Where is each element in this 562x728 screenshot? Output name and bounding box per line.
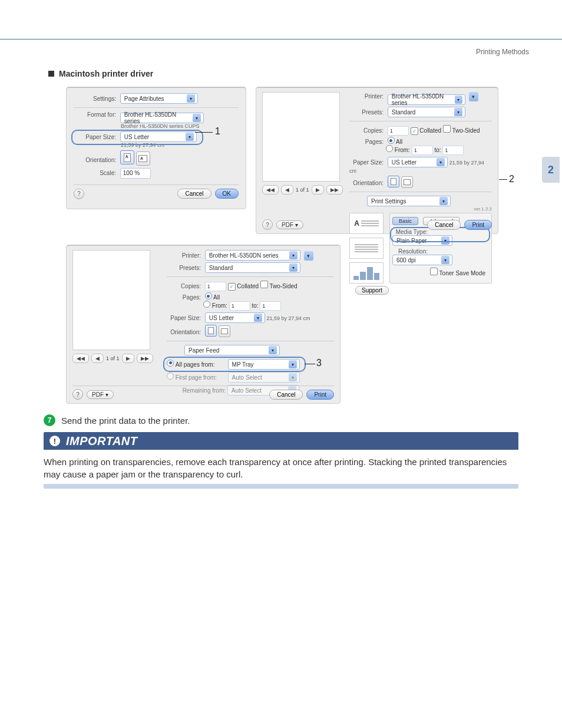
help-icon[interactable]: ? bbox=[262, 219, 273, 230]
all-pages-from-radio[interactable] bbox=[167, 360, 174, 367]
settings-value: Page Attributes bbox=[124, 95, 164, 102]
dropdown-arrow-icon: ▾ bbox=[441, 256, 449, 264]
resolution-value: 600 dpi bbox=[396, 257, 416, 263]
scale-label: Scale: bbox=[74, 170, 116, 176]
pages-to-label: to: bbox=[252, 302, 258, 309]
dropdown-arrow-icon: ▾ bbox=[193, 114, 201, 122]
print-button[interactable]: Print bbox=[464, 220, 492, 230]
paper-feed-dialog: ◀◀ ◀ 1 of 1 ▶ ▶▶ Printer: Brother HL-535… bbox=[66, 245, 340, 404]
dropdown-arrow-icon: ▾ bbox=[289, 360, 297, 368]
pages-to-input[interactable]: 1 bbox=[442, 146, 464, 155]
pages-from-label: From: bbox=[395, 147, 410, 153]
pdf-button[interactable]: PDF ▾ bbox=[276, 220, 303, 229]
orientation-portrait-button[interactable] bbox=[388, 176, 399, 187]
toner-save-checkbox[interactable] bbox=[430, 268, 438, 275]
orientation-landscape-button[interactable]: A bbox=[136, 151, 150, 166]
cancel-button[interactable]: Cancel bbox=[269, 390, 303, 400]
printer-select[interactable]: Brother HL-5350DN series ▾ bbox=[205, 250, 300, 261]
pages-from-input[interactable]: 1 bbox=[412, 146, 433, 155]
presets-select[interactable]: Standard ▾ bbox=[205, 262, 300, 273]
paper-size-select[interactable]: US Letter ▾ bbox=[388, 157, 448, 167]
collated-checkbox[interactable]: ✓ bbox=[411, 127, 418, 135]
orientation-portrait-button[interactable] bbox=[205, 325, 217, 337]
nav-prev-button[interactable]: ◀ bbox=[91, 354, 104, 363]
first-page-from-radio[interactable] bbox=[167, 373, 174, 380]
paper-size-select[interactable]: US Letter ▾ bbox=[120, 131, 197, 142]
media-type-select[interactable]: Plain Paper ▾ bbox=[392, 235, 452, 246]
orientation-landscape-button[interactable] bbox=[219, 325, 230, 337]
print-preview bbox=[72, 250, 150, 350]
pdf-button[interactable]: PDF ▾ bbox=[87, 390, 114, 399]
ok-button[interactable]: OK bbox=[215, 189, 239, 199]
printer-label: Printer: bbox=[167, 252, 201, 259]
presets-select[interactable]: Standard ▾ bbox=[388, 107, 465, 117]
printer-info-button[interactable]: ▾ bbox=[469, 92, 478, 101]
page-setup-dialog: Settings: Page Attributes ▾ Format for: … bbox=[66, 87, 246, 209]
first-page-from-select: Auto Select ▾ bbox=[228, 372, 300, 383]
callout-2-number: 2 bbox=[509, 174, 514, 185]
pages-to-input[interactable]: 1 bbox=[260, 301, 281, 311]
thumb-chart-icon bbox=[349, 262, 384, 284]
paper-size-value: US Letter bbox=[392, 159, 416, 166]
two-sided-checkbox[interactable] bbox=[260, 281, 268, 288]
orientation-label: Orientation: bbox=[74, 157, 116, 163]
paper-size-select[interactable]: US Letter ▾ bbox=[205, 312, 265, 323]
collated-label: Collated bbox=[419, 127, 441, 134]
resolution-select[interactable]: 600 dpi ▾ bbox=[392, 255, 452, 265]
print-button[interactable]: Print bbox=[306, 390, 334, 400]
two-sided-label: Two-Sided bbox=[269, 283, 297, 289]
paper-size-dim: 21,59 by 27,94 cm bbox=[267, 315, 310, 321]
section-select[interactable]: Paper Feed ▾ bbox=[184, 345, 280, 355]
pages-from-input[interactable]: 1 bbox=[229, 301, 250, 311]
pages-all-radio[interactable] bbox=[205, 292, 212, 299]
toner-save-label: Toner Save Mode bbox=[439, 270, 485, 276]
first-page-from-label: First page from: bbox=[176, 374, 226, 381]
dropdown-arrow-icon: ▾ bbox=[187, 94, 195, 103]
dropdown-arrow-icon: ▾ bbox=[289, 251, 297, 259]
nav-next-button[interactable]: ▶ bbox=[312, 185, 324, 195]
nav-first-button[interactable]: ◀◀ bbox=[72, 354, 89, 363]
cancel-button[interactable]: Cancel bbox=[177, 189, 211, 199]
support-button[interactable]: Support bbox=[355, 286, 389, 295]
settings-select[interactable]: Page Attributes ▾ bbox=[120, 93, 198, 104]
orientation-landscape-button[interactable] bbox=[401, 176, 413, 188]
presets-value: Standard bbox=[392, 109, 416, 116]
step-number-badge: 7 bbox=[44, 414, 55, 426]
copies-input[interactable]: 1 bbox=[205, 282, 226, 291]
scale-input[interactable]: 100 % bbox=[120, 168, 151, 179]
pages-all-radio[interactable] bbox=[388, 137, 395, 144]
paper-size-dim: 21,59 by 27,94 cm bbox=[121, 142, 239, 148]
dropdown-arrow-icon: ▾ bbox=[441, 236, 449, 245]
pages-from-radio[interactable] bbox=[386, 145, 393, 152]
two-sided-checkbox[interactable] bbox=[443, 125, 451, 133]
dropdown-arrow-icon: ▾ bbox=[454, 108, 462, 116]
nav-first-button[interactable]: ◀◀ bbox=[262, 185, 279, 195]
nav-count: 1 of 1 bbox=[106, 355, 120, 361]
copies-label: Copies: bbox=[167, 283, 201, 289]
section-value: Print Settings bbox=[371, 198, 406, 205]
dropdown-arrow-icon: ▾ bbox=[186, 133, 194, 141]
nav-last-button[interactable]: ▶▶ bbox=[326, 185, 343, 195]
nav-prev-button[interactable]: ◀ bbox=[281, 185, 293, 195]
format-for-label: Format for: bbox=[74, 111, 116, 118]
help-icon[interactable]: ? bbox=[72, 389, 83, 400]
cancel-button[interactable]: Cancel bbox=[427, 220, 461, 230]
format-for-select[interactable]: Brother HL-5350DN series ▾ bbox=[120, 113, 204, 123]
collated-checkbox[interactable]: ✓ bbox=[228, 283, 236, 291]
all-pages-from-label: All pages from: bbox=[176, 361, 226, 368]
printer-select[interactable]: Brother HL-5350DN series ▾ bbox=[388, 94, 465, 105]
printer-info-button[interactable]: ▾ bbox=[304, 251, 313, 261]
pages-from-label: From: bbox=[212, 302, 227, 309]
orientation-portrait-button[interactable]: A bbox=[120, 150, 134, 164]
section-select[interactable]: Print Settings ▾ bbox=[367, 196, 451, 206]
all-pages-from-value: MP Tray bbox=[232, 361, 254, 368]
pages-from-radio[interactable] bbox=[203, 301, 210, 308]
copies-input[interactable]: 1 bbox=[388, 126, 409, 136]
print-preview bbox=[262, 92, 340, 182]
nav-next-button[interactable]: ▶ bbox=[122, 354, 134, 363]
help-icon[interactable]: ? bbox=[74, 189, 84, 199]
printer-label: Printer: bbox=[349, 93, 384, 100]
nav-last-button[interactable]: ▶▶ bbox=[137, 354, 153, 363]
all-pages-from-select[interactable]: MP Tray ▾ bbox=[228, 359, 300, 370]
pages-label: Pages: bbox=[167, 294, 201, 301]
